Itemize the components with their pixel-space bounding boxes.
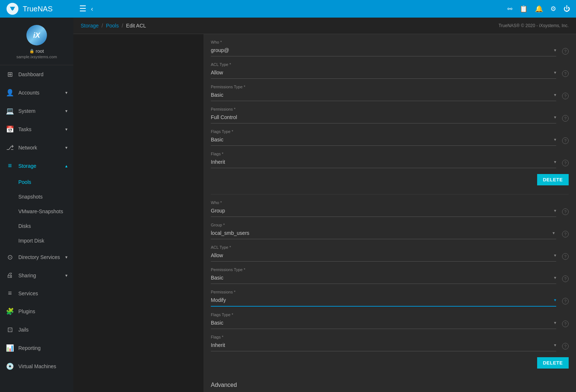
sharing-icon: 🖨 [6, 271, 14, 279]
breadcrumb-storage[interactable]: Storage [81, 23, 99, 29]
sidebar-item-storage[interactable]: ≡ Storage ▴ [0, 157, 73, 175]
sidebar-item-label: Tasks [18, 126, 61, 132]
group-dropdown-btn-2[interactable]: ▾ [551, 230, 556, 236]
who-dropdown-arrow-2[interactable]: ▾ [554, 208, 556, 213]
perms-type-help-1[interactable]: ? [562, 93, 569, 99]
services-icon: ≡ [6, 289, 14, 297]
left-panel [73, 34, 203, 392]
who-help-icon-2[interactable]: ? [562, 208, 569, 215]
perms-type-wrapper-2: Basic ▾ [211, 273, 556, 284]
flags-type-help-1[interactable]: ? [562, 137, 569, 144]
scroll-content: Who * group@ ▾ ? ACL Typ [73, 34, 576, 392]
perms-type-wrapper-1: Basic ▾ [211, 90, 556, 101]
perms-type-field-2: Permissions Type * Basic ▾ ? [211, 267, 569, 284]
sidebar-item-label: Network [18, 145, 61, 151]
flags-type-arrow-2[interactable]: ▾ [554, 320, 556, 325]
sidebar-item-reporting[interactable]: 📊 Reporting [0, 339, 73, 357]
flags-help-2[interactable]: ? [562, 343, 569, 350]
settings-icon[interactable]: ⚙ [550, 5, 556, 13]
permissions-help-2[interactable]: ? [562, 298, 569, 304]
who-value-2: Group [211, 206, 553, 215]
breadcrumb-bar: Storage / Pools / Edit ACL TrueNAS® © 20… [73, 18, 576, 34]
permissions-wrapper-2: Modify ▾ [211, 296, 556, 307]
network-icon: ⎇ [6, 144, 14, 152]
sidebar-subitem-import-disk[interactable]: Import Disk [0, 233, 73, 248]
sidebar-item-services[interactable]: ≡ Services [0, 284, 73, 302]
sidebar-subitem-disks[interactable]: Disks [0, 219, 73, 233]
brand-text: TrueNAS® © 2020 - iXsystems, Inc. [499, 23, 569, 28]
acl-type-arrow-2[interactable]: ▾ [554, 253, 556, 258]
acl-type-help-1[interactable]: ? [562, 70, 569, 77]
who-dropdown-arrow-1[interactable]: ▾ [554, 48, 556, 53]
logo-area: TrueNAS [6, 2, 79, 15]
perms-type-arrow-1[interactable]: ▾ [554, 92, 556, 97]
header-icons: ⚯ 📋 🔔 ⚙ ⏻ [507, 5, 570, 13]
flags-type-value-2: Basic [211, 318, 553, 327]
permissions-wrapper-1: Full Control ▾ [211, 113, 556, 123]
delete-button-1[interactable]: DELETE [537, 174, 569, 185]
tasks-icon[interactable]: 📋 [520, 5, 528, 13]
sidebar-subitem-pools[interactable]: Pools [0, 175, 73, 189]
sidebar-subitem-vmware-snapshots[interactable]: VMware-Snapshots [0, 204, 73, 219]
vm-icon: 💿 [6, 362, 14, 370]
group-help-icon-2[interactable]: ? [562, 231, 569, 237]
sidebar-item-network[interactable]: ⎇ Network ▾ [0, 138, 73, 157]
permissions-arrow-1[interactable]: ▾ [554, 115, 556, 120]
sidebar-subitem-snapshots[interactable]: Snapshots [0, 189, 73, 204]
notifications-icon[interactable]: 🔔 [535, 5, 543, 13]
plugins-icon: 🧩 [6, 307, 14, 315]
avatar: iX [26, 25, 47, 45]
reporting-icon: 📊 [6, 344, 14, 352]
permissions-field-2: Permissions * Modify ▾ ? [211, 290, 569, 307]
sidebar-item-sharing[interactable]: 🖨 Sharing ▾ [0, 266, 73, 284]
flags-arrow-2[interactable]: ▾ [554, 343, 556, 348]
sidebar-item-system[interactable]: 💻 System ▾ [0, 102, 73, 120]
flags-wrapper-2: Inherit ▾ [211, 341, 556, 351]
sidebar-item-virtual-machines[interactable]: 💿 Virtual Machines [0, 357, 73, 376]
flags-type-wrapper-2: Basic ▾ [211, 318, 556, 329]
sidebar-item-label: Reporting [18, 345, 67, 351]
sidebar-item-directory-services[interactable]: ⊙ Directory Services ▾ [0, 248, 73, 266]
permissions-help-1[interactable]: ? [562, 115, 569, 122]
acl-type-arrow-1[interactable]: ▾ [554, 70, 556, 75]
delete-button-2[interactable]: DELETE [537, 357, 569, 369]
sidebar-item-plugins[interactable]: 🧩 Plugins [0, 302, 73, 321]
perms-type-help-2[interactable]: ? [562, 275, 569, 282]
power-icon[interactable]: ⏻ [564, 5, 570, 13]
section-divider [211, 194, 569, 195]
chevron-down-icon: ▾ [65, 90, 67, 95]
sidebar-item-accounts[interactable]: 👤 Accounts ▾ [0, 84, 73, 102]
acl-type-help-2[interactable]: ? [562, 253, 569, 260]
flags-type-arrow-1[interactable]: ▾ [554, 137, 556, 142]
svg-point-1 [11, 7, 14, 10]
group-input-2[interactable] [211, 229, 551, 237]
sidebar-item-dashboard[interactable]: ⊞ Dashboard [0, 65, 73, 84]
flags-type-help-2[interactable]: ? [562, 321, 569, 327]
perms-type-arrow-2[interactable]: ▾ [554, 275, 556, 280]
acl-type-wrapper-1: Allow ▾ [211, 68, 556, 79]
flags-help-1[interactable]: ? [562, 160, 569, 166]
acl-entry-2: Who * Group ▾ ? Group * [211, 200, 569, 371]
who-label-1: Who * [211, 40, 569, 44]
breadcrumb-pools[interactable]: Pools [106, 23, 119, 29]
who-field-2: Who * Group ▾ ? [211, 200, 569, 217]
sidebar-item-tasks[interactable]: 📅 Tasks ▾ [0, 120, 73, 138]
chevron-down-icon: ▾ [65, 108, 67, 114]
flags-wrapper-1: Inherit ▾ [211, 158, 556, 168]
sidebar-item-label: Accounts [18, 90, 61, 96]
chevron-down-icon: ▾ [65, 273, 67, 278]
sidebar-collapse-icon[interactable]: ‹ [91, 5, 93, 13]
permissions-arrow-2[interactable]: ▾ [554, 297, 556, 303]
breadcrumb-current: Edit ACL [126, 23, 146, 29]
sidebar-item-jails[interactable]: ⊡ Jails [0, 321, 73, 339]
flags-type-value-1: Basic [211, 135, 553, 144]
sidebar-item-label: Sharing [18, 273, 61, 278]
chevron-down-icon: ▾ [65, 127, 67, 132]
trident-icon[interactable]: ⚯ [507, 5, 512, 12]
hamburger-menu-icon[interactable]: ☰ [79, 4, 87, 14]
who-help-icon-1[interactable]: ? [562, 48, 569, 55]
flags-arrow-1[interactable]: ▾ [554, 159, 556, 164]
perms-type-label-1: Permissions Type * [211, 85, 569, 89]
sidebar-item-label: Dashboard [18, 71, 67, 77]
flags-label-1: Flags * [211, 152, 569, 156]
